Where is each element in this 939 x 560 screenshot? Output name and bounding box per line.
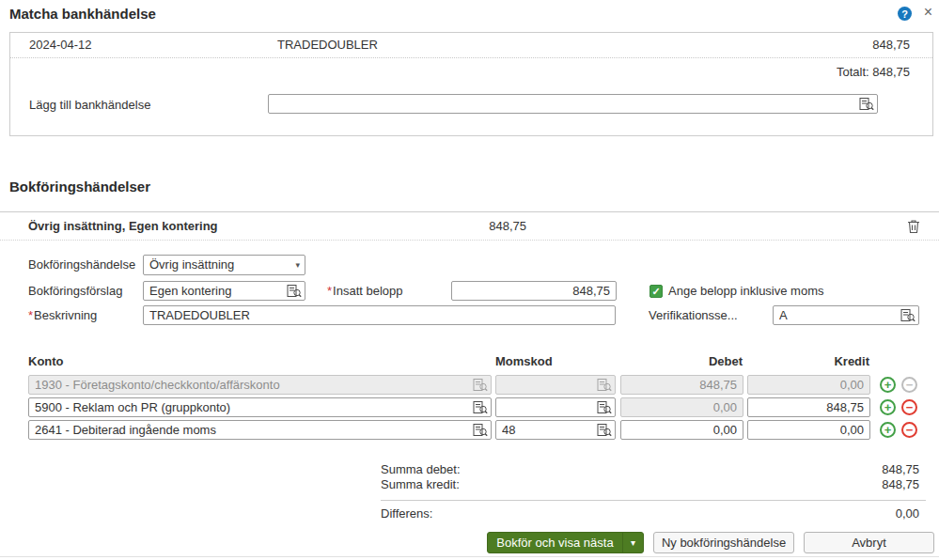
chevron-down-icon[interactable]: ▾ [622, 533, 643, 552]
event-type-selected-value: Övrig insättning [149, 257, 234, 272]
bank-event-payee: TRADEDOUBLER [277, 33, 378, 57]
search-icon[interactable] [858, 97, 874, 111]
bank-event-date: 2024-04-12 [29, 33, 92, 57]
debet-input [620, 375, 743, 395]
add-row-icon[interactable]: + [880, 377, 896, 393]
summary-divider [381, 500, 926, 501]
required-asterisk: * [327, 284, 332, 298]
page-title: Matcha bankhändelse [9, 6, 156, 22]
search-icon[interactable] [472, 400, 488, 414]
konto-field [28, 375, 492, 395]
description-input[interactable] [143, 305, 616, 325]
add-bank-event-field [268, 94, 878, 114]
series-label: Verifikationsse... [649, 305, 738, 326]
differens-label: Differens: [381, 506, 432, 521]
search-icon [472, 378, 488, 392]
sum-debet-label: Summa debet: [381, 462, 461, 477]
debet-field [620, 375, 743, 395]
momskod-field [495, 397, 616, 417]
add-row-icon[interactable]: + [880, 399, 896, 415]
konto-input [28, 375, 492, 395]
event-type-select[interactable]: Övrig insättning ▾ [143, 255, 305, 275]
sum-debet-value: 848,75 [731, 462, 919, 477]
remove-row-icon[interactable]: − [901, 422, 917, 438]
checkmark-icon: ✓ [651, 286, 660, 298]
kredit-input[interactable] [747, 420, 870, 440]
search-icon[interactable] [472, 423, 488, 437]
kredit-field [747, 420, 870, 440]
amount-input[interactable] [451, 281, 617, 301]
search-icon[interactable] [596, 423, 612, 437]
total-label: Totalt: [837, 65, 869, 79]
remove-row-icon[interactable]: − [901, 399, 917, 415]
kredit-input[interactable] [747, 397, 870, 417]
table-row: + − [0, 375, 939, 395]
amount-field [451, 281, 617, 301]
bookkeeping-section-title: Bokföringshändelser [9, 179, 150, 194]
differens-value: 0,00 [731, 506, 919, 521]
bokfor-split-button: Bokför och visa nästa ▾ [487, 532, 644, 553]
konto-input[interactable] [28, 420, 492, 440]
suggestion-label: Bokföringsförslag [28, 281, 122, 302]
match-bank-event-dialog: Matcha bankhändelse ? × 2024-04-12 TRADE… [0, 0, 939, 560]
suggestion-field [143, 281, 305, 301]
konto-field [28, 397, 492, 417]
sum-kredit-label: Summa kredit: [381, 477, 460, 492]
avbryt-button[interactable]: Avbryt [804, 532, 934, 553]
sum-kredit-value: 848,75 [731, 477, 919, 492]
debet-input[interactable] [620, 420, 743, 440]
konto-input[interactable] [28, 397, 492, 417]
series-input[interactable] [773, 305, 919, 325]
suggestion-input[interactable] [143, 281, 305, 301]
search-icon [596, 378, 612, 392]
chevron-down-icon: ▾ [295, 256, 300, 274]
bank-event-row: 2024-04-12 TRADEDOUBLER 848,75 [10, 33, 932, 58]
bank-event-panel: 2024-04-12 TRADEDOUBLER 848,75 Totalt: 8… [9, 32, 933, 136]
bokfor-och-visa-nasta-button[interactable]: Bokför och visa nästa [488, 533, 622, 552]
vat-inclusive-checkbox[interactable]: ✓ [649, 285, 663, 298]
entry-amount: 848,75 [468, 212, 526, 241]
add-row-icon[interactable]: + [880, 422, 896, 438]
debet-field [620, 397, 743, 417]
entry-title: Övrig insättning, Egen kontering [28, 212, 218, 241]
kredit-field [747, 397, 870, 417]
column-header-momskod: Momskod [495, 353, 553, 370]
total-value: 848,75 [872, 65, 910, 79]
column-header-kredit: Kredit [746, 353, 869, 370]
series-field [773, 305, 919, 325]
momskod-field [495, 420, 616, 440]
bookkeeping-entry-header: Övrig insättning, Egen kontering 848,75 [0, 212, 939, 241]
remove-row-icon: − [901, 377, 917, 393]
search-icon[interactable] [286, 284, 302, 298]
vat-checkbox-label: Ange belopp inklusive moms [668, 281, 823, 302]
search-icon[interactable] [596, 400, 612, 414]
amount-label: *Insatt belopp [327, 281, 403, 302]
help-icon[interactable]: ? [898, 7, 912, 21]
description-field [143, 305, 616, 325]
ny-bokforingshandelse-button[interactable]: Ny bokföringshändelse [653, 532, 794, 553]
column-header-debet: Debet [619, 353, 743, 370]
debet-input [620, 397, 743, 417]
delete-entry-icon[interactable] [907, 219, 920, 234]
required-asterisk: * [28, 308, 33, 322]
search-icon[interactable] [900, 308, 916, 322]
close-icon[interactable]: × [924, 4, 932, 21]
kredit-input [747, 375, 870, 395]
momskod-field [495, 375, 616, 395]
bank-event-amount: 848,75 [872, 33, 910, 57]
bank-event-total: Totalt: 848,75 [837, 58, 910, 86]
column-header-konto: Konto [28, 353, 64, 370]
description-label: *Beskrivning [28, 305, 97, 326]
konto-field [28, 420, 492, 440]
table-row: + − [0, 397, 939, 417]
bottom-divider [0, 556, 939, 557]
debet-field [620, 420, 743, 440]
table-row: + − [0, 420, 939, 440]
add-bank-event-input[interactable] [268, 94, 878, 114]
event-type-label: Bokföringshändelse [28, 255, 135, 275]
kredit-field [747, 375, 870, 395]
add-bank-event-label: Lägg till bankhändelse [29, 95, 150, 115]
